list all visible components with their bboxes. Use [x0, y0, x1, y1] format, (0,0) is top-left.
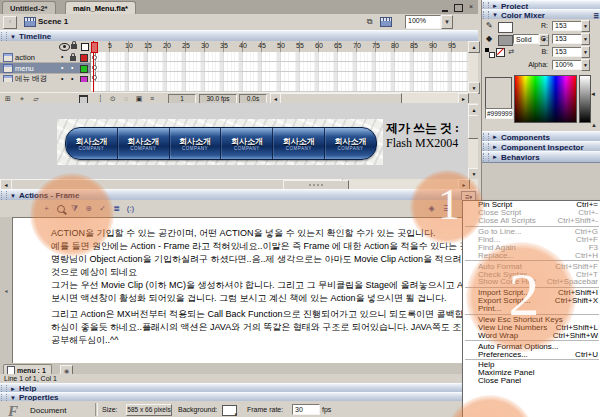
menu-item[interactable]: Print... [463, 305, 600, 313]
nav-button[interactable]: 회사소개COMPANY [170, 128, 222, 159]
visibility-dot-icon[interactable]: • [61, 75, 63, 82]
show-hide-eye-icon[interactable] [59, 43, 70, 51]
frame-grid[interactable] [91, 52, 468, 92]
stage-vertical-scrollbar[interactable]: ▲ ▼ [468, 103, 478, 179]
frame-rate-input[interactable]: 30 [292, 404, 320, 415]
script-tab-label: menu : 1 [17, 367, 46, 374]
background-color-swatch[interactable] [222, 405, 237, 416]
nav-button[interactable]: 회사소개COMPANY [325, 128, 376, 159]
no-color-icon[interactable] [496, 48, 505, 57]
restore-icon[interactable] [453, 2, 463, 11]
stage[interactable]: 회사소개COMPANY회사소개COMPANY회사소개COMPANY회사소개COM… [0, 103, 478, 179]
playhead[interactable] [91, 42, 98, 53]
stage-horizontal-scrollbar[interactable]: ◄ ► [0, 179, 478, 189]
scroll-up-icon[interactable]: ▲ [468, 41, 480, 53]
visibility-dot-icon[interactable]: • [61, 64, 63, 71]
visibility-dot-icon[interactable]: • [61, 53, 63, 60]
alpha-input[interactable]: 100% [552, 60, 582, 70]
auto-format-icon[interactable]: ≣ [110, 203, 123, 214]
script-pane[interactable]: ACTION을 기입할 수 있는 공간이며, 어떤 ACTION을 넣을 수 있… [12, 217, 468, 365]
nav-button[interactable]: 회사소개COMPANY [221, 128, 273, 159]
nav-bar-graphic[interactable]: 회사소개COMPANY회사소개COMPANY회사소개COMPANY회사소개COM… [65, 127, 377, 160]
document-size-button[interactable]: 585 x 66 pixels [126, 404, 172, 416]
brightness-marker-icon[interactable]: ◄ [590, 91, 596, 97]
edit-symbol-icon[interactable]: ⧉ [363, 16, 376, 27]
debug-options-icon[interactable]: ◈ [425, 203, 438, 214]
r-input[interactable]: 153 [552, 21, 582, 31]
insert-layer-icon[interactable]: ⊞ [2, 94, 14, 103]
layer-outline-color[interactable] [80, 65, 88, 73]
scene-breadcrumb[interactable]: Scene 1 [38, 17, 68, 26]
onion-skin-icon[interactable]: ⊙ [107, 94, 119, 103]
menu-item-shortcut: Ctrl+U [575, 350, 598, 359]
fps-label: fps [322, 406, 331, 413]
hex-color-input[interactable]: #999999 [485, 108, 513, 119]
nav-button[interactable]: 회사소개COMPANY [66, 128, 118, 159]
menu-item[interactable]: Close Panel [463, 377, 600, 385]
show-code-hint-icon[interactable]: (:) [124, 203, 137, 214]
menu-item-shortcut: Ctrl+H [575, 251, 598, 260]
lock-dot-icon[interactable]: • [71, 75, 73, 82]
menu-item-shortcut: Ctrl+Shift+- [558, 216, 598, 225]
timeline-horizontal-scrollbar[interactable]: ◄ ► [270, 93, 468, 103]
layer-row[interactable]: menu✎•• [0, 63, 91, 74]
menu-item-shortcut: Ctrl+Spacebar [547, 277, 598, 286]
zoom-value[interactable]: 100% [405, 15, 441, 29]
back-button[interactable]: ‹ [3, 16, 17, 29]
r-spinner-icon[interactable]: ▼ [581, 20, 590, 32]
g-input[interactable]: 153 [552, 34, 582, 44]
onion-skin-outline-icon[interactable]: ◌ [120, 94, 132, 103]
stroke-pencil-icon[interactable]: ✎ [486, 21, 493, 30]
insert-target-path-icon[interactable]: ⊕ [82, 203, 95, 214]
stroke-color-chip[interactable] [498, 22, 513, 33]
nav-button[interactable]: 회사소개COMPANY [273, 128, 325, 159]
behaviors-panel-header[interactable]: ► Behaviors [482, 151, 600, 163]
tab-main-menu-fla[interactable]: main_Menu.fla* [65, 1, 136, 15]
zoom-dropdown-arrow-icon[interactable]: ▼ [441, 15, 453, 29]
zoom-control[interactable]: 100% ▼ [405, 15, 453, 29]
scroll-down-icon[interactable]: ▼ [468, 168, 478, 179]
menu-item[interactable]: Preferences...Ctrl+U [463, 350, 600, 358]
find-icon[interactable] [54, 203, 67, 214]
replace-icon[interactable]: ⧩ [68, 203, 81, 214]
add-motion-guide-icon[interactable]: ⌖ [16, 94, 28, 103]
panel-options-menu-icon[interactable]: ☰ [594, 12, 599, 19]
add-statement-icon[interactable]: + [40, 203, 53, 214]
menu-item[interactable]: Word WrapCtrl+Shift+W [463, 331, 600, 339]
swap-colors-icon[interactable]: ⇄ [507, 47, 516, 56]
alpha-spinner-icon[interactable]: ▼ [581, 59, 590, 71]
tab-untitled-2[interactable]: Untitled-2* [2, 1, 56, 15]
timeline-vertical-scrollbar[interactable]: ▲ ▼ [468, 41, 478, 92]
outline-icon[interactable] [81, 43, 89, 51]
g-spinner-icon[interactable]: ▼ [581, 33, 590, 45]
b-spinner-icon[interactable]: ▼ [581, 46, 590, 58]
color-picker-gradient[interactable] [514, 75, 577, 123]
b-input[interactable]: 153 [552, 47, 582, 57]
insert-folder-icon[interactable]: ▱ [30, 94, 42, 103]
note-line-1: 제가 쓰는 것 : [386, 121, 476, 136]
layer-outline-color[interactable] [80, 54, 88, 62]
layer-lock-icon[interactable] [70, 56, 76, 61]
close-icon[interactable]: × [466, 2, 476, 11]
layer-row[interactable]: action• [0, 52, 91, 63]
panel-collapse-icon[interactable]: ▲ [591, 122, 597, 128]
lock-icon[interactable] [71, 44, 77, 49]
default-colors-icon[interactable] [485, 48, 494, 57]
edit-multiple-frames-icon[interactable]: ▣ [133, 94, 145, 103]
fill-bucket-icon[interactable]: ◆ [486, 34, 492, 43]
edit-scene-icon[interactable] [380, 17, 392, 27]
modify-onion-markers-icon[interactable]: ≡ [146, 94, 158, 103]
menu-item-label: Close Panel [478, 376, 598, 385]
script-line: 예를 들면 원안에는 Action - Frame 라고 적혀있네요..이말은 … [51, 240, 468, 253]
scene-icon [24, 17, 36, 27]
view-options-icon[interactable]: ☰ [440, 203, 453, 214]
nav-button[interactable]: 회사소개COMPANY [118, 128, 170, 159]
fill-color-chip[interactable] [498, 35, 513, 46]
script-line: 명랑님이 Object Action을 기입하실려구 하셨다면..음..제 생각… [51, 253, 468, 266]
center-frame-icon[interactable]: ┆ [94, 94, 106, 103]
lock-dot-icon[interactable]: • [71, 64, 73, 71]
minimize-icon[interactable] [440, 2, 450, 11]
brightness-bar[interactable] [579, 75, 591, 123]
check-syntax-icon[interactable]: ✓ [96, 203, 109, 214]
script-line: 것으로 예상이 되네요 [51, 266, 468, 279]
